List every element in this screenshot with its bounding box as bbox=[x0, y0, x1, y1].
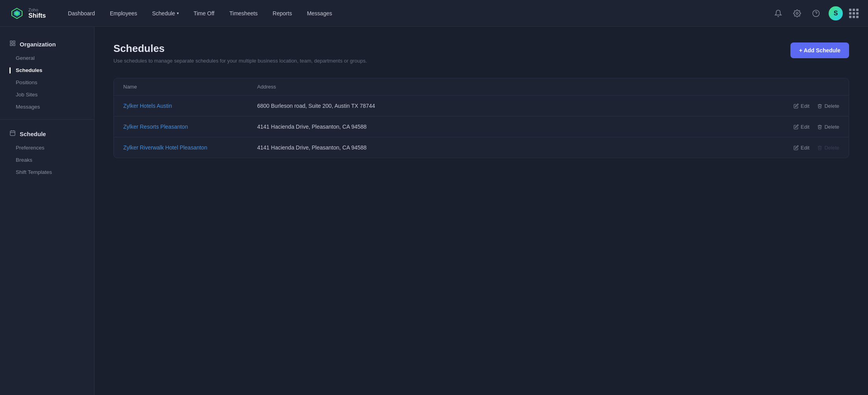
page-subtitle: Use schedules to manage separate schedul… bbox=[113, 58, 367, 64]
nav-timesheets[interactable]: Timesheets bbox=[223, 7, 264, 20]
logo-zoho: Zoho bbox=[28, 7, 46, 12]
sidebar-item-schedules[interactable]: Schedules bbox=[0, 64, 94, 76]
gear-icon bbox=[793, 9, 801, 17]
logo-shifts: Shifts bbox=[28, 12, 46, 19]
svg-point-2 bbox=[813, 10, 820, 17]
trash-icon bbox=[817, 124, 822, 129]
help-icon bbox=[812, 9, 820, 17]
delete-button-disabled: Delete bbox=[817, 145, 839, 151]
svg-rect-4 bbox=[10, 41, 12, 43]
schedule-name-link[interactable]: Zylker Hotels Austin bbox=[123, 103, 257, 109]
table-row: Zylker Hotels Austin 6800 Burleson road,… bbox=[114, 96, 849, 116]
sidebar-section-organization[interactable]: Organization bbox=[0, 36, 94, 52]
top-navigation: Zoho Shifts Dashboard Employees Schedule… bbox=[0, 0, 868, 27]
row-actions: Edit Delete bbox=[768, 103, 839, 109]
nav-schedule-label: Schedule bbox=[152, 10, 175, 17]
logo-text: Zoho Shifts bbox=[28, 7, 46, 19]
schedule-address: 6800 Burleson road, Suite 200, Austin TX… bbox=[257, 103, 768, 109]
nav-timeoff[interactable]: Time Off bbox=[187, 7, 221, 20]
help-button[interactable] bbox=[810, 7, 822, 20]
table-header: Name Address bbox=[114, 78, 849, 96]
zoho-shifts-logo-icon bbox=[9, 6, 24, 21]
sidebar-item-org-messages[interactable]: Messages bbox=[0, 101, 94, 113]
page-title: Schedules bbox=[113, 42, 367, 55]
schedule-name-link[interactable]: Zylker Resorts Pleasanton bbox=[123, 124, 257, 130]
delete-button[interactable]: Delete bbox=[817, 103, 839, 109]
svg-rect-8 bbox=[10, 131, 15, 136]
settings-button[interactable] bbox=[791, 7, 803, 20]
table-row: Zylker Riverwalk Hotel Pleasanton 4141 H… bbox=[114, 137, 849, 158]
edit-button[interactable]: Edit bbox=[794, 103, 809, 109]
nav-actions: S bbox=[772, 6, 859, 20]
logo-area[interactable]: Zoho Shifts bbox=[9, 6, 46, 21]
edit-button[interactable]: Edit bbox=[794, 145, 809, 151]
trash-icon bbox=[817, 145, 822, 150]
sidebar-section-schedule[interactable]: Schedule bbox=[0, 126, 94, 142]
user-avatar[interactable]: S bbox=[829, 6, 843, 20]
row-actions: Edit Delete bbox=[768, 124, 839, 130]
edit-icon bbox=[794, 124, 799, 129]
schedule-name-link[interactable]: Zylker Riverwalk Hotel Pleasanton bbox=[123, 144, 257, 151]
edit-button[interactable]: Edit bbox=[794, 124, 809, 130]
schedule-address: 4141 Hacienda Drive, Pleasanton, CA 9458… bbox=[257, 144, 768, 151]
table-row: Zylker Resorts Pleasanton 4141 Hacienda … bbox=[114, 116, 849, 137]
main-content: Schedules Use schedules to manage separa… bbox=[95, 27, 868, 395]
col-header-name: Name bbox=[123, 84, 257, 90]
col-header-address: Address bbox=[257, 84, 768, 90]
svg-rect-7 bbox=[10, 44, 12, 46]
chevron-down-icon: ▾ bbox=[177, 11, 179, 15]
page-header-text: Schedules Use schedules to manage separa… bbox=[113, 42, 367, 64]
trash-icon bbox=[817, 103, 822, 109]
add-schedule-button[interactable]: + Add Schedule bbox=[790, 42, 849, 58]
sidebar-item-shift-templates[interactable]: Shift Templates bbox=[0, 166, 94, 178]
sidebar-item-job-sites[interactable]: Job Sites bbox=[0, 89, 94, 101]
edit-icon bbox=[794, 103, 799, 109]
nav-messages[interactable]: Messages bbox=[300, 7, 338, 20]
sidebar-item-preferences[interactable]: Preferences bbox=[0, 142, 94, 154]
bell-icon bbox=[774, 9, 782, 17]
schedule-section-label: Schedule bbox=[20, 131, 46, 137]
sidebar-item-general[interactable]: General bbox=[0, 52, 94, 64]
organization-icon bbox=[9, 40, 16, 48]
nav-links: Dashboard Employees Schedule ▾ Time Off … bbox=[61, 7, 772, 20]
apps-grid-button[interactable] bbox=[849, 9, 859, 18]
edit-icon bbox=[794, 145, 799, 150]
nav-dashboard[interactable]: Dashboard bbox=[61, 7, 101, 20]
sidebar: Organization General Schedules Positions… bbox=[0, 27, 95, 395]
nav-schedule[interactable]: Schedule ▾ bbox=[146, 7, 185, 20]
svg-rect-5 bbox=[13, 41, 15, 43]
sidebar-item-breaks[interactable]: Breaks bbox=[0, 154, 94, 166]
sidebar-item-positions[interactable]: Positions bbox=[0, 76, 94, 89]
sidebar-divider bbox=[0, 119, 94, 120]
svg-point-1 bbox=[796, 12, 798, 14]
nav-reports[interactable]: Reports bbox=[266, 7, 298, 20]
nav-employees[interactable]: Employees bbox=[104, 7, 143, 20]
col-header-actions bbox=[768, 84, 839, 90]
delete-button[interactable]: Delete bbox=[817, 124, 839, 130]
organization-label: Organization bbox=[20, 41, 56, 48]
schedule-address: 4141 Hacienda Drive, Pleasanton, CA 9458… bbox=[257, 124, 768, 130]
main-layout: Organization General Schedules Positions… bbox=[0, 27, 868, 395]
notifications-button[interactable] bbox=[772, 7, 785, 20]
schedules-table: Name Address Zylker Hotels Austin 6800 B… bbox=[113, 78, 849, 158]
content-header: Schedules Use schedules to manage separa… bbox=[113, 42, 849, 64]
svg-rect-6 bbox=[13, 44, 15, 46]
schedule-icon bbox=[9, 130, 16, 138]
row-actions: Edit Delete bbox=[768, 145, 839, 151]
